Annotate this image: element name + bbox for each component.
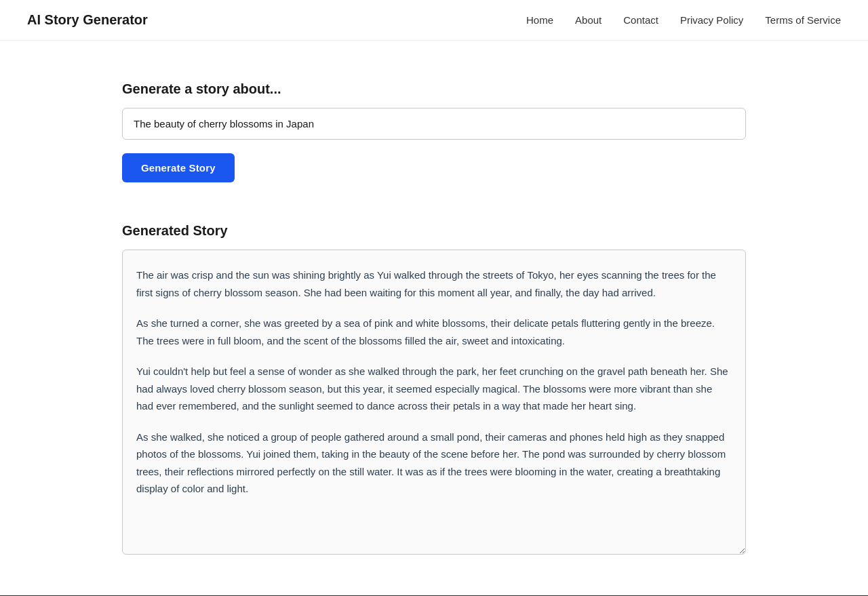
story-paragraph-3: Yui couldn't help but feel a sense of wo… [136,363,732,415]
generate-section: Generate a story about... Generate Story [122,81,746,182]
story-output[interactable]: The air was crisp and the sun was shinin… [122,250,746,555]
site-header: AI Story Generator Home About Contact Pr… [0,0,868,41]
nav-terms[interactable]: Terms of Service [765,14,841,26]
nav-contact[interactable]: Contact [623,14,658,26]
generated-story-section: Generated Story The air was crisp and th… [122,223,746,555]
generate-label: Generate a story about... [122,81,746,97]
main-nav: Home About Contact Privacy Policy Terms … [526,14,841,26]
story-paragraph-2: As she turned a corner, she was greeted … [136,315,732,349]
story-paragraph-1: The air was crisp and the sun was shinin… [136,266,732,301]
site-logo: AI Story Generator [27,12,148,28]
generated-story-label: Generated Story [122,223,746,239]
story-paragraph-4: As she walked, she noticed a group of pe… [136,429,732,498]
nav-home[interactable]: Home [526,14,553,26]
nav-privacy[interactable]: Privacy Policy [680,14,743,26]
story-topic-input[interactable] [122,108,746,140]
generate-story-button[interactable]: Generate Story [122,153,235,182]
main-content: Generate a story about... Generate Story… [95,41,773,595]
nav-about[interactable]: About [575,14,601,26]
